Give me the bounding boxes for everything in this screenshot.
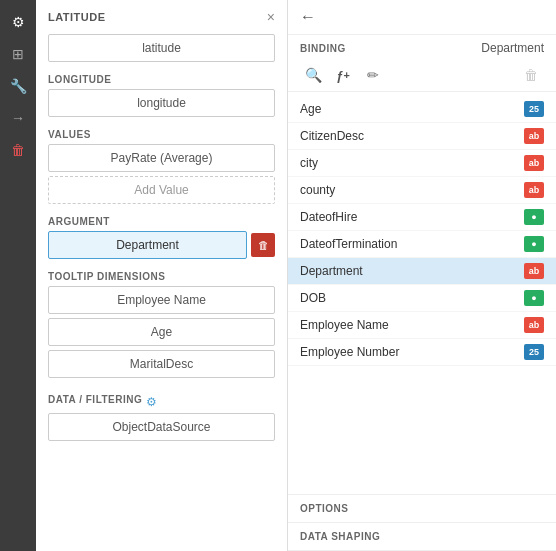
layers-icon[interactable]: ⊞ [4, 40, 32, 68]
field-item-dob[interactable]: DOB ● [288, 285, 556, 312]
field-item-citizendesc[interactable]: CitizenDesc ab [288, 123, 556, 150]
badge-dob: ● [524, 290, 544, 306]
gear-icon[interactable]: ⚙ [4, 8, 32, 36]
right-panel: ← BINDING Department 🔍 ƒ+ ✏ 🗑 Age 25 Cit… [288, 0, 556, 551]
values-section: VALUES PayRate (Average) Add Value [36, 125, 287, 212]
badge-citizendesc: ab [524, 128, 544, 144]
data-filtering-gear-icon[interactable]: ⚙ [146, 395, 157, 409]
sidebar: ⚙ ⊞ 🔧 → 🗑 [0, 0, 36, 551]
search-toolbar: 🔍 ƒ+ ✏ 🗑 [288, 59, 556, 92]
field-item-dateofhire[interactable]: DateofHire ● [288, 204, 556, 231]
panel-title: LATITUDE [48, 11, 106, 23]
badge-employee-number: 25 [524, 344, 544, 360]
binding-label: BINDING [300, 43, 346, 54]
badge-department: ab [524, 263, 544, 279]
datasource-input[interactable]: ObjectDataSource [48, 413, 275, 441]
left-panel: LATITUDE × latitude LONGITUDE longitude … [36, 0, 288, 551]
data-filtering-section: DATA / FILTERING ⚙ ObjectDataSource [36, 390, 287, 449]
longitude-section: LONGITUDE longitude [36, 70, 287, 125]
field-item-age[interactable]: Age 25 [288, 96, 556, 123]
badge-age: 25 [524, 101, 544, 117]
payrate-input[interactable]: PayRate (Average) [48, 144, 275, 172]
longitude-label: LONGITUDE [48, 74, 275, 85]
argument-label: ARGUMENT [48, 216, 275, 227]
data-shaping-section[interactable]: DATA SHAPING [288, 523, 556, 551]
back-button[interactable]: ← [300, 8, 316, 26]
data-filtering-header: DATA / FILTERING ⚙ [48, 394, 275, 409]
wrench-icon[interactable]: 🔧 [4, 72, 32, 100]
badge-county: ab [524, 182, 544, 198]
badge-employee-name: ab [524, 317, 544, 333]
argument-section: ARGUMENT Department 🗑 [36, 212, 287, 267]
badge-dateofhire: ● [524, 209, 544, 225]
tooltip-item-employee-name[interactable]: Employee Name [48, 286, 275, 314]
binding-context: Department [481, 41, 544, 55]
edit-button[interactable]: ✏ [360, 63, 386, 87]
field-item-employee-name[interactable]: Employee Name ab [288, 312, 556, 339]
badge-city: ab [524, 155, 544, 171]
tooltip-item-age[interactable]: Age [48, 318, 275, 346]
right-header: ← [288, 0, 556, 35]
fx-button[interactable]: ƒ+ [330, 63, 356, 87]
tooltip-label: TOOLTIP DIMENSIONS [48, 271, 275, 282]
argument-input[interactable]: Department [48, 231, 247, 259]
longitude-input[interactable]: longitude [48, 89, 275, 117]
arrow-right-icon[interactable]: → [4, 104, 32, 132]
field-item-department[interactable]: Department ab [288, 258, 556, 285]
field-item-dateoftermination[interactable]: DateofTermination ● [288, 231, 556, 258]
add-value-button[interactable]: Add Value [48, 176, 275, 204]
right-footer: OPTIONS DATA SHAPING [288, 494, 556, 551]
delete-field-button[interactable]: 🗑 [518, 63, 544, 87]
badge-dateoftermination: ● [524, 236, 544, 252]
search-button[interactable]: 🔍 [300, 63, 326, 87]
field-item-employee-number[interactable]: Employee Number 25 [288, 339, 556, 366]
tooltip-dimensions-section: TOOLTIP DIMENSIONS Employee Name Age Mar… [36, 267, 287, 390]
field-item-city[interactable]: city ab [288, 150, 556, 177]
field-list: Age 25 CitizenDesc ab city ab county ab … [288, 92, 556, 494]
argument-delete-button[interactable]: 🗑 [251, 233, 275, 257]
argument-row: Department 🗑 [48, 231, 275, 259]
close-button[interactable]: × [267, 10, 275, 24]
binding-header: BINDING Department [288, 35, 556, 59]
panel-header: LATITUDE × [36, 0, 287, 30]
field-item-county[interactable]: county ab [288, 177, 556, 204]
options-section[interactable]: OPTIONS [288, 495, 556, 523]
latitude-input[interactable]: latitude [48, 34, 275, 62]
values-label: VALUES [48, 129, 275, 140]
data-filtering-label: DATA / FILTERING [48, 394, 142, 405]
latitude-section: latitude [36, 30, 287, 70]
tooltip-item-maritaldesc[interactable]: MaritalDesc [48, 350, 275, 378]
trash-sidebar-icon[interactable]: 🗑 [4, 136, 32, 164]
